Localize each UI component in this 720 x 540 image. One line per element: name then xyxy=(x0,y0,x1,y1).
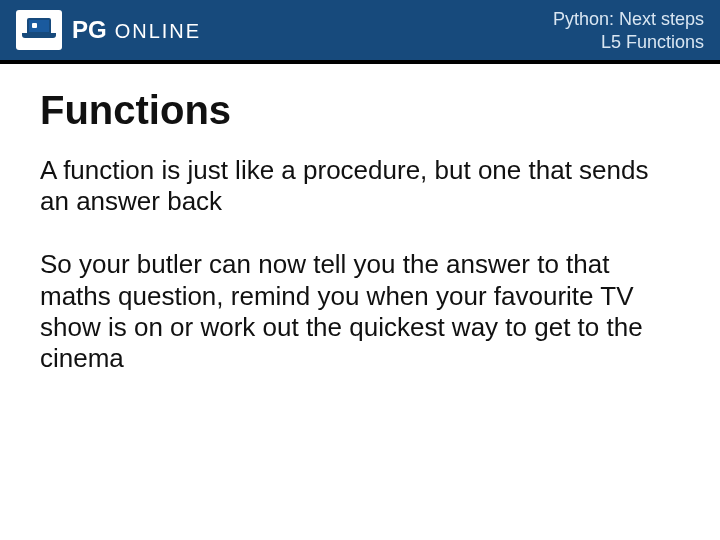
course-title: Python: Next steps xyxy=(553,8,704,31)
brand-online: ONLINE xyxy=(115,20,201,43)
slide-title: Functions xyxy=(40,88,680,133)
slide-content: Functions A function is just like a proc… xyxy=(0,64,720,374)
brand-pg: PG xyxy=(72,16,107,44)
brand-text: PG ONLINE xyxy=(72,16,201,44)
slide-header: PG ONLINE Python: Next steps L5 Function… xyxy=(0,0,720,64)
brand-logo xyxy=(16,10,62,50)
laptop-icon xyxy=(22,18,56,42)
paragraph-1: A function is just like a procedure, but… xyxy=(40,155,660,217)
lesson-title: L5 Functions xyxy=(553,31,704,54)
header-subtitle: Python: Next steps L5 Functions xyxy=(553,8,704,53)
paragraph-2: So your butler can now tell you the answ… xyxy=(40,249,660,374)
